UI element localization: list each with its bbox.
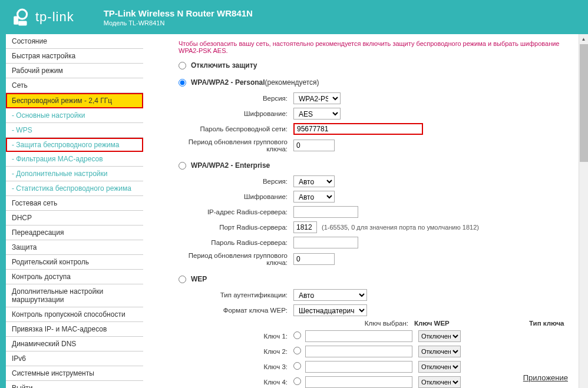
ent-version-select[interactable]: Авто bbox=[293, 175, 335, 187]
wep-key1-label: Ключ 1: bbox=[179, 333, 293, 340]
wep-key4-type-select[interactable]: Отключено bbox=[418, 376, 461, 388]
sidebar-item-advanced[interactable]: - Дополнительные настройки bbox=[6, 167, 143, 181]
radius-port-hint: (1-65535, 0 для значения порта по умолча… bbox=[322, 224, 479, 231]
sidebar-item-wps[interactable]: - WPS bbox=[6, 123, 143, 138]
radio-wep[interactable] bbox=[179, 276, 186, 283]
sidebar-item-dhcp[interactable]: DHCP bbox=[6, 211, 143, 225]
vertical-scrollbar[interactable]: ▲ bbox=[579, 34, 588, 388]
sidebar-item-bandwidth[interactable]: Контроль пропускной способности bbox=[6, 307, 143, 322]
personal-version-label: Версия: bbox=[179, 95, 293, 102]
wep-auth-select[interactable]: Авто bbox=[293, 289, 367, 301]
wpa-personal-label: WPA/WPA2 - Personal bbox=[191, 78, 265, 87]
personal-enc-select[interactable]: AES bbox=[293, 108, 341, 120]
wep-format-label: Формат ключа WEP: bbox=[179, 307, 293, 314]
sidebar-item-ddns[interactable]: Динамический DNS bbox=[6, 337, 143, 351]
ent-port-label: Порт Radius-сервера: bbox=[179, 224, 293, 231]
wep-key2-input[interactable] bbox=[305, 346, 412, 357]
sidebar-item-quick-setup[interactable]: Быстрая настройка bbox=[6, 49, 143, 64]
ent-enc-select[interactable]: Авто bbox=[293, 191, 335, 203]
wep-key4-radio[interactable] bbox=[293, 377, 301, 385]
security-warning: Чтобы обезопасить вашу сеть, настоятельн… bbox=[179, 40, 573, 54]
left-accent-bar bbox=[0, 34, 6, 388]
wep-key3-label: Ключ 3: bbox=[179, 363, 293, 370]
recommended-label: (рекомендуется) bbox=[265, 78, 319, 87]
svg-rect-1 bbox=[14, 16, 18, 24]
ent-version-label: Версия: bbox=[179, 178, 293, 185]
wireless-password-input[interactable] bbox=[293, 123, 423, 135]
wep-key2-type-select[interactable]: Отключено bbox=[418, 346, 461, 357]
product-model: Модель TL-WR841N bbox=[104, 19, 253, 26]
radio-disable-security[interactable] bbox=[179, 62, 186, 69]
wep-key1-type-select[interactable]: Отключено bbox=[418, 330, 461, 342]
wpa-enterprise-label: WPA/WPA2 - Enterprise bbox=[191, 161, 270, 170]
personal-pwd-label: Пароль беспроводной сети: bbox=[179, 125, 293, 132]
ent-ip-label: IP-адрес Radius-сервера: bbox=[179, 208, 293, 215]
wep-key3-type-select[interactable]: Отключено bbox=[418, 361, 461, 373]
product-title: TP-Link Wireless N Router WR841N bbox=[104, 8, 253, 18]
sidebar-item-mac-filter[interactable]: - Фильтрация MAC-адресов bbox=[6, 152, 143, 167]
sidebar-item-ip-mac-bind[interactable]: Привязка IP- и MAC-адресов bbox=[6, 322, 143, 337]
wep-label: WEP bbox=[191, 275, 207, 283]
svg-rect-2 bbox=[18, 21, 27, 25]
wep-key-col-header: Ключ WEP bbox=[414, 320, 529, 327]
sidebar-item-network[interactable]: Сеть bbox=[6, 78, 143, 93]
sidebar-item-ipv6[interactable]: IPv6 bbox=[6, 351, 143, 366]
header-text: TP-Link Wireless N Router WR841N Модель … bbox=[104, 8, 253, 26]
sidebar-item-system-tools[interactable]: Системные инструменты bbox=[6, 366, 143, 381]
ent-period-label: Период обновления группового ключа: bbox=[179, 252, 293, 266]
sidebar-item-status[interactable]: Состояние bbox=[6, 34, 143, 49]
sidebar-item-access-control[interactable]: Контроль доступа bbox=[6, 270, 143, 284]
wep-auth-label: Тип аутентификации: bbox=[179, 291, 293, 299]
wep-key3-radio[interactable] bbox=[293, 362, 301, 370]
wep-key4-input[interactable] bbox=[305, 376, 412, 388]
sidebar-item-wireless-stats[interactable]: - Статистика беспроводного режима bbox=[6, 181, 143, 196]
personal-version-select[interactable]: WPA2-PSK bbox=[293, 92, 341, 104]
sidebar-item-guest[interactable]: Гостевая сеть bbox=[6, 196, 143, 211]
ent-period-input[interactable] bbox=[293, 253, 335, 265]
sidebar-item-forwarding[interactable]: Переадресация bbox=[6, 225, 143, 240]
sidebar-item-wireless-24[interactable]: Беспроводной режим - 2,4 ГГц bbox=[6, 93, 143, 108]
main-content: Чтобы обезопасить вашу сеть, настоятельн… bbox=[143, 34, 588, 388]
scroll-up-arrow-icon[interactable]: ▲ bbox=[580, 34, 588, 44]
radius-ip-input[interactable] bbox=[293, 206, 358, 218]
svg-point-0 bbox=[18, 9, 27, 19]
app-link[interactable]: Приложение bbox=[523, 373, 568, 382]
personal-period-label: Период обновления группового ключа: bbox=[179, 138, 293, 152]
sidebar-item-basic[interactable]: - Основные настройки bbox=[6, 108, 143, 123]
personal-period-input[interactable] bbox=[293, 140, 335, 151]
tplink-logo-icon bbox=[12, 8, 31, 26]
brand-text: tp-link bbox=[35, 9, 74, 25]
sidebar-nav: Состояние Быстрая настройка Рабочий режи… bbox=[6, 34, 143, 388]
wep-key1-radio[interactable] bbox=[293, 331, 301, 339]
wep-key2-label: Ключ 2: bbox=[179, 348, 293, 355]
personal-enc-label: Шифрование: bbox=[179, 110, 293, 117]
wep-format-select[interactable]: Шестнадцатеричный bbox=[293, 304, 367, 316]
sidebar-item-logout[interactable]: Выйти bbox=[6, 381, 143, 388]
app-header: tp-link TP-Link Wireless N Router WR841N… bbox=[0, 0, 588, 34]
radius-password-input[interactable] bbox=[293, 237, 358, 248]
radio-wpa-personal[interactable] bbox=[179, 79, 186, 87]
wep-key1-input[interactable] bbox=[305, 330, 412, 342]
sidebar-item-security[interactable]: Защита bbox=[6, 240, 143, 255]
disable-security-label: Отключить защиту bbox=[191, 61, 257, 69]
wep-sel-label: Ключ выбран: bbox=[299, 320, 414, 327]
wep-key4-label: Ключ 4: bbox=[179, 379, 293, 386]
sidebar-item-routing[interactable]: Дополнительные настройки маршрутизации bbox=[6, 284, 143, 307]
sidebar-item-mode[interactable]: Рабочий режим bbox=[6, 64, 143, 78]
radius-port-input[interactable] bbox=[293, 221, 317, 233]
brand-logo: tp-link bbox=[12, 8, 74, 26]
ent-pwd-label: Пароль Radius-сервера: bbox=[179, 239, 293, 246]
wep-type-col-header: Тип ключа bbox=[529, 320, 570, 327]
wep-key2-radio[interactable] bbox=[293, 347, 301, 354]
sidebar-item-parental[interactable]: Родительский контроль bbox=[6, 255, 143, 270]
wep-key3-input[interactable] bbox=[305, 361, 412, 373]
ent-enc-label: Шифрование: bbox=[179, 193, 293, 200]
scroll-thumb[interactable] bbox=[580, 44, 588, 162]
radio-wpa-enterprise[interactable] bbox=[179, 162, 186, 170]
sidebar-item-wireless-security[interactable]: - Защита беспроводного режима bbox=[6, 138, 143, 152]
